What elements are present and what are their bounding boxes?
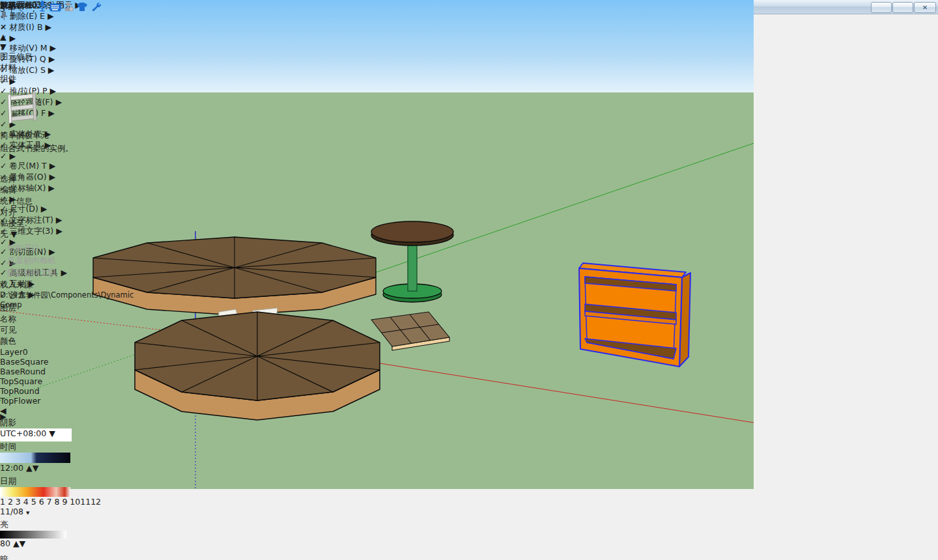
section-components[interactable]: 组件 [0, 74, 173, 85]
light-slider[interactable] [0, 531, 66, 539]
timezone-dropdown[interactable]: UTC+08:00 ▼ [0, 428, 72, 441]
dropdown-arrow-icon[interactable]: ▼ [26, 511, 29, 516]
section-shadows[interactable]: 阴影 [0, 417, 173, 428]
punctuation[interactable]: °, [29, 4, 35, 14]
column-name[interactable]: 名称 [0, 314, 112, 325]
sketchup-window: 无标题 - SketchUp Pro 2016 ✕ 文件(F) 编辑(E) 视图… [0, 0, 938, 560]
component-thumbnail[interactable] [0, 85, 175, 130]
layer-row[interactable]: BaseSquare [0, 357, 175, 367]
close-button[interactable]: ✕ [914, 2, 936, 13]
layer-row[interactable]: TopRound [0, 386, 175, 396]
settings-wrench[interactable] [91, 4, 101, 14]
load-heading: 载入来源 [0, 279, 175, 290]
panel-scrollbar[interactable]: ▲ ▼ [0, 32, 175, 51]
component-description-field[interactable]: 组合式书架的实例。 [0, 143, 106, 174]
layer-row[interactable]: BaseRound [0, 367, 175, 376]
time-spinner[interactable]: 12:00 ▲▼ [0, 463, 55, 476]
bookshelf-selected[interactable] [579, 263, 690, 367]
spin-up-icon[interactable]: ▲ [13, 539, 20, 548]
skin[interactable] [76, 4, 91, 14]
date-spinner[interactable]: 11/08 ▼ [0, 507, 51, 520]
measurement-label: 数值 [0, 0, 16, 10]
section-layers[interactable]: 图层 [0, 303, 173, 314]
spin-down-icon[interactable]: ▼ [33, 463, 39, 473]
dropdown-arrow-icon: ▼ [10, 229, 17, 239]
layers-hscrollbar[interactable]: ◀ ▶ [0, 406, 175, 417]
spin-down-icon[interactable]: ▼ [20, 539, 26, 548]
layer-row[interactable]: TopFlower [0, 396, 175, 406]
scroll-down-icon[interactable]: ▼ [0, 42, 175, 51]
date-label: 日期 [0, 476, 175, 487]
align-heading: 对齐 [0, 207, 175, 218]
date-slider[interactable] [0, 487, 70, 497]
moon-mode[interactable]: ☾ [18, 4, 25, 14]
checkbox-label: 总是朝向相机 [7, 255, 56, 266]
microphone[interactable] [38, 4, 50, 14]
section-materials[interactable]: 材料 [0, 63, 173, 74]
date-scale: 1 2 3 4 5 6 7 8 9 101112 [0, 497, 175, 507]
checkbox-label: 切割开口 [7, 243, 40, 254]
time-slider[interactable] [0, 453, 70, 463]
scroll-up-icon[interactable]: ▲ [0, 32, 175, 42]
scroll-left-icon[interactable]: ◀ [0, 406, 175, 412]
glue-dropdown[interactable]: 无 ▼ [0, 229, 60, 242]
glue-label: 黏接至: [0, 218, 175, 229]
column-color[interactable]: 颜色 [0, 336, 27, 347]
load-path-field[interactable]: D:\河东软件园\Components\Dynamic Comp [0, 290, 152, 303]
section-entity-info[interactable]: 图元信息 [0, 51, 173, 63]
tab-select[interactable]: 选择 [0, 174, 29, 185]
dark-label: 暗 [0, 554, 175, 560]
light-spinner[interactable]: 80 ▲▼ [0, 539, 39, 554]
spin-up-icon[interactable]: ▲ [26, 463, 33, 473]
minimize-button[interactable] [871, 2, 892, 13]
account[interactable] [64, 4, 76, 14]
status-bar: 数值 [0, 0, 16, 11]
restore-button[interactable] [892, 2, 913, 13]
layer-row[interactable]: TopSquare [0, 376, 175, 386]
scroll-right-icon[interactable]: ▶ [0, 412, 175, 417]
default-panel: 默认面板 ✕ ▲ ▼ 图元信息 材料 组件 [0, 0, 175, 560]
layers-list: Layer0 BaseSquare BaseRound TopSquare [0, 347, 175, 406]
column-visible[interactable]: 可见 [0, 325, 29, 336]
layer-row[interactable]: Layer0 [0, 347, 175, 357]
tab-edit[interactable]: 编辑 [0, 185, 30, 196]
tab-statistics[interactable]: 统计信息 [0, 196, 43, 207]
component-name-field[interactable]: 简单搁板单元 [0, 130, 106, 143]
panel-close-button[interactable]: ✕ [0, 22, 175, 32]
dropdown-arrow-icon: ▼ [49, 428, 55, 438]
light-label: 亮 [0, 520, 175, 531]
time-label: 时间 [0, 441, 175, 453]
soft-keyboard[interactable] [50, 4, 64, 14]
checkbox-label: 阴影朝向太阳 [7, 268, 56, 279]
